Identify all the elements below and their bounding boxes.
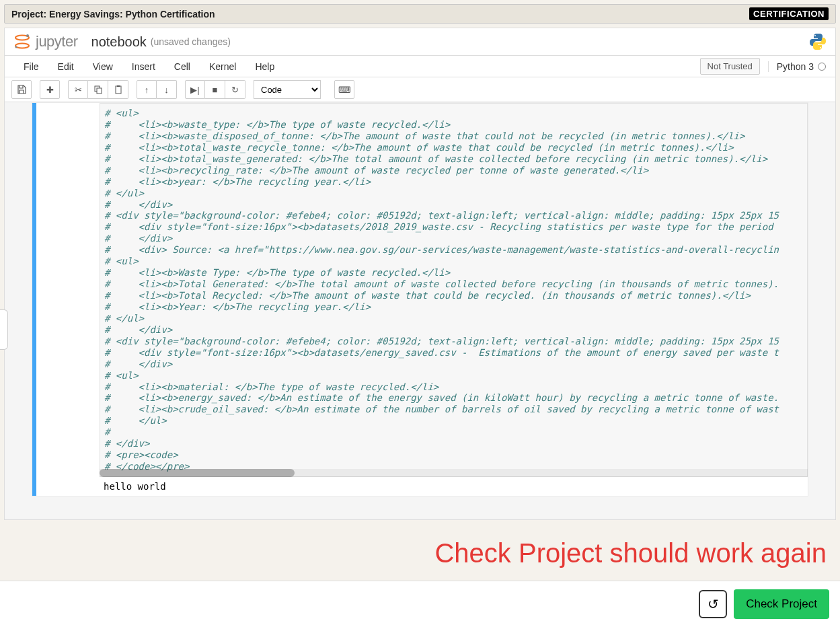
notebook-content: # <ul> # <li><b>waste_type: </b>The type… (5, 102, 835, 519)
svg-rect-9 (117, 85, 120, 87)
copy-button[interactable] (88, 80, 108, 99)
cell-output: hello world (100, 477, 808, 496)
svg-point-4 (814, 35, 816, 36)
check-project-button[interactable]: Check Project (734, 589, 829, 619)
jupyter-header: jupyter notebook (unsaved changes) (5, 28, 835, 56)
keyboard-icon: ⌨ (338, 85, 351, 95)
menu-insert[interactable]: Insert (122, 57, 165, 76)
notebook-frame: jupyter notebook (unsaved changes) File … (4, 28, 836, 520)
menu-view[interactable]: View (83, 57, 122, 76)
svg-point-2 (26, 34, 29, 37)
scrollbar-thumb[interactable] (100, 469, 295, 477)
trust-button[interactable]: Not Trusted (700, 58, 760, 75)
side-panel-toggle[interactable] (0, 309, 8, 350)
menu-file[interactable]: File (14, 57, 48, 76)
cut-button[interactable]: ✂ (68, 80, 88, 99)
arrow-down-icon: ↓ (164, 85, 169, 95)
footer-bar: ↺ Check Project (0, 581, 840, 627)
svg-point-1 (15, 44, 29, 48)
toolbar: ✚ ✂ ↑ ↓ ▶| ■ ↻ Code ⌨ (5, 77, 835, 102)
jupyter-logo-icon (13, 32, 32, 51)
menu-help[interactable]: Help (245, 57, 284, 76)
certification-badge: CERTIFICATION (749, 7, 829, 20)
jupyter-logo[interactable]: jupyter (13, 32, 78, 51)
svg-rect-8 (116, 86, 121, 94)
menu-cell[interactable]: Cell (165, 57, 200, 76)
arrow-up-icon: ↑ (145, 85, 149, 95)
project-top-bar: Project: Energy Savings: Python Certific… (4, 4, 836, 24)
jupyter-logo-text: jupyter (36, 33, 78, 50)
paste-button[interactable] (108, 80, 128, 99)
stop-button[interactable]: ■ (205, 80, 225, 99)
scissors-icon: ✂ (75, 85, 82, 95)
save-button[interactable] (11, 80, 32, 99)
restart-icon: ↻ (231, 85, 239, 95)
annotation-text: Check Project should work again (434, 538, 827, 568)
svg-point-5 (820, 47, 821, 48)
menu-kernel[interactable]: Kernel (200, 57, 245, 76)
project-title: Project: Energy Savings: Python Certific… (11, 9, 215, 20)
notebook-name[interactable]: notebook (91, 34, 147, 50)
move-down-button[interactable]: ↓ (157, 80, 177, 99)
run-icon: ▶| (190, 85, 199, 95)
cell-type-select[interactable]: Code (254, 80, 321, 99)
plus-icon: ✚ (46, 85, 54, 95)
kernel-name: Python 3 (777, 61, 814, 72)
save-status: (unsaved changes) (151, 36, 231, 47)
code-input-area[interactable]: # <ul> # <li><b>waste_type: </b>The type… (100, 103, 808, 477)
reset-button[interactable]: ↺ (699, 590, 727, 618)
kernel-status-icon (818, 63, 826, 71)
menu-bar: File Edit View Insert Cell Kernel Help N… (5, 56, 835, 77)
cell-active-indicator (32, 103, 36, 496)
code-cell[interactable]: # <ul> # <li><b>waste_type: </b>The type… (32, 102, 808, 496)
menu-edit[interactable]: Edit (48, 57, 83, 76)
horizontal-scrollbar[interactable] (100, 469, 808, 477)
undo-icon: ↺ (708, 596, 719, 612)
svg-rect-7 (97, 88, 102, 94)
svg-point-3 (15, 46, 17, 48)
move-up-button[interactable]: ↑ (137, 80, 157, 99)
python-logo-icon (808, 32, 827, 51)
command-palette-button[interactable]: ⌨ (334, 80, 354, 99)
restart-button[interactable]: ↻ (225, 80, 245, 99)
stop-icon: ■ (213, 85, 218, 95)
run-button[interactable]: ▶| (185, 80, 205, 99)
add-cell-button[interactable]: ✚ (40, 80, 60, 99)
kernel-indicator[interactable]: Python 3 (768, 61, 826, 72)
